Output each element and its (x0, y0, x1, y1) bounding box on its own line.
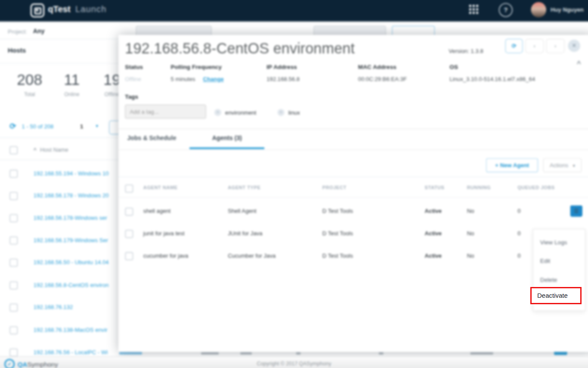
top-navbar: qTest Launch ? Huy Nguyen (0, 0, 588, 22)
tag-remove-icon[interactable]: ✕ (278, 109, 285, 116)
select-all-agents-checkbox[interactable] (125, 184, 133, 193)
host-link[interactable]: 192.168.56.178 - Windows 20 (34, 192, 109, 199)
host-checkbox[interactable] (9, 281, 18, 290)
project-selector[interactable]: Any (33, 28, 45, 34)
stat-total-label: Total (8, 91, 51, 97)
qtest-logo-icon (31, 3, 44, 17)
agent-project: D Test Tools (322, 230, 353, 236)
host-link[interactable]: 192.168.56.50 - Ubuntu 14.04 (34, 259, 109, 265)
row-menu-button[interactable]: ☰ (570, 205, 582, 216)
agent-name: junit for java test (143, 230, 185, 236)
tab-jobs-schedule[interactable]: Jobs & Schedule (127, 134, 176, 141)
col-agent-type: AGENT TYPE (228, 185, 260, 190)
host-row: 192.168.55.194 - Windows 10 (0, 169, 118, 179)
user-name[interactable]: Huy Nguyen (551, 6, 584, 13)
agent-name: shell agent (143, 208, 171, 214)
agent-row: shell agent Shell Agent D Test Tools Act… (118, 200, 588, 222)
version-text: Version: 1.3.8 (449, 48, 483, 54)
col-project: PROJECT (322, 185, 347, 190)
agent-status: Active (425, 252, 442, 259)
host-row: 192.168.56.178-Windows ser (0, 214, 118, 223)
menu-item-view-logs[interactable]: View Logs (533, 233, 585, 252)
menu-item-deactivate-highlighted[interactable]: Deactivate (532, 288, 580, 303)
tag-label: environment (225, 109, 256, 115)
agent-name: cucumber for java (143, 252, 189, 259)
menu-item-edit[interactable]: Edit (533, 252, 585, 271)
host-checkbox[interactable] (9, 303, 18, 312)
host-checkbox[interactable] (9, 326, 18, 334)
agent-running: No (467, 252, 474, 259)
sort-asc-icon[interactable]: ^ (34, 147, 37, 153)
copyright-text: Copyright © 2017 QASymphony (0, 361, 588, 367)
divider (118, 150, 588, 150)
footer: Copyright © 2017 QASymphony ✓ QA Symphon… (0, 356, 588, 368)
host-checkbox[interactable] (9, 236, 18, 244)
host-row: 192.168.76.138-MacOS envir (0, 326, 118, 335)
new-agent-button[interactable]: + New Agent (486, 158, 538, 172)
close-button[interactable]: ✕ (568, 40, 580, 52)
actions-dropdown-button[interactable]: Actions ▾ (543, 158, 582, 172)
agent-queued: 0 (517, 252, 520, 259)
chevron-left-icon: ‹ (533, 43, 535, 49)
host-checkbox[interactable] (9, 170, 18, 178)
os-label: OS (449, 64, 458, 70)
agent-checkbox[interactable] (125, 252, 133, 260)
host-link[interactable]: 192.168.76.138-MacOS envir (34, 327, 108, 333)
page-number[interactable]: 1 (80, 123, 83, 130)
qtest-logo-dot (36, 9, 38, 11)
add-tag-input[interactable] (125, 105, 206, 119)
select-all-checkbox[interactable] (9, 146, 18, 154)
background-fragment (379, 352, 383, 355)
host-link[interactable]: 192.168.56.178-Windows ser (34, 215, 107, 221)
modal-title: 192.168.56.8-CentOS environment (125, 40, 355, 57)
host-checkbox[interactable] (9, 192, 18, 200)
refresh-button[interactable]: ⟳ (505, 39, 523, 53)
apps-grid-icon[interactable] (469, 5, 480, 15)
collapse-chevron-icon[interactable]: ^ (577, 59, 581, 68)
agent-checkbox[interactable] (125, 208, 133, 216)
change-polling-link[interactable]: Change (203, 76, 223, 82)
agent-project: D Test Tools (322, 208, 353, 214)
previous-host-button[interactable]: ‹ (525, 39, 544, 53)
active-tab-indicator (189, 147, 264, 149)
host-checkbox[interactable] (9, 259, 18, 267)
pagination-range[interactable]: 1 - 50 of 208 (22, 123, 54, 130)
avatar[interactable] (531, 2, 546, 17)
host-name-column-header[interactable]: Host Name (40, 147, 68, 153)
host-link[interactable]: 192.168.56.179-Windows Ser (34, 237, 108, 243)
chevron-down-icon[interactable]: ▾ (96, 123, 99, 129)
background-fragment (470, 352, 493, 355)
host-link[interactable]: 192.168.76.132 (34, 304, 73, 310)
host-checkbox[interactable] (9, 214, 18, 222)
host-row: 192.168.56.8-CentOS environ (0, 281, 118, 290)
divider (118, 177, 588, 177)
agent-type: Cucumber for Java (228, 252, 275, 259)
host-link[interactable]: 192.168.55.194 - Windows 10 (34, 170, 109, 177)
help-icon[interactable]: ? (499, 3, 513, 17)
next-host-button[interactable]: › (546, 39, 565, 53)
agent-checkbox[interactable] (125, 230, 133, 238)
refresh-icon[interactable]: ⟳ (9, 122, 16, 131)
brand-qtest: qTest (48, 4, 70, 14)
background-fragment (119, 352, 142, 355)
tab-agents[interactable]: Agents (3) (212, 134, 242, 141)
tag-label: linux (288, 109, 300, 115)
background-fragment (241, 352, 252, 355)
agent-type: JUnit for Java (228, 230, 262, 236)
tag-remove-icon[interactable]: ✕ (214, 109, 221, 116)
brand-qa: QA (17, 360, 27, 368)
mac-address-label: MAC Address (358, 64, 396, 70)
deactivate-highlight[interactable]: Deactivate (530, 287, 582, 304)
host-checkbox[interactable] (9, 349, 18, 357)
host-link[interactable]: 192.168.56.8-CentOS environ (34, 282, 109, 288)
col-running: RUNNING (467, 185, 491, 190)
agent-row: cucumber for java Cucumber for Java D Te… (118, 244, 588, 267)
ip-address-value: 192.168.56.8 (266, 76, 300, 82)
tag-chip: ✕ environment (214, 109, 257, 116)
host-link[interactable]: 192.168.76.56 - LocalPC - Wi (34, 349, 108, 356)
host-row: 192.168.56.50 - Ubuntu 14.04 (0, 258, 118, 268)
os-value: Linux_3.10.0-514.16.1.el7.x86_64 (449, 76, 535, 82)
divider (0, 63, 118, 64)
chevron-down-icon: ▾ (573, 163, 575, 168)
menu-item-delete[interactable]: Delete (533, 270, 585, 289)
